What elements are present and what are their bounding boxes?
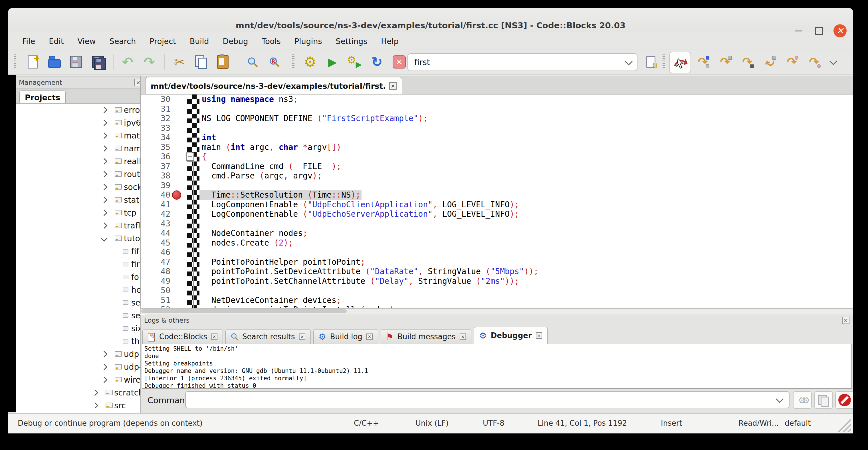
resize-grip[interactable] <box>834 416 851 432</box>
code-line-50[interactable] <box>202 286 853 296</box>
chevron-down-icon[interactable] <box>101 235 107 242</box>
tree-item-scratch[interactable]: scratch <box>16 386 145 399</box>
chevron-down-icon[interactable] <box>830 57 837 65</box>
code-line-38[interactable]: cmd.Parse (argc, argv); <box>202 171 853 181</box>
chevron-right-icon[interactable] <box>101 184 107 190</box>
line-number-gutter[interactable]: 3031323334353637383940414243444546474849… <box>141 94 183 308</box>
new-file-icon[interactable]: + <box>24 53 42 71</box>
next-instruction-icon[interactable]: ↷ <box>783 53 801 71</box>
menu-debug[interactable]: Debug <box>216 33 255 49</box>
line-number[interactable]: 49 <box>141 276 183 286</box>
tree-item-he[interactable]: he <box>16 283 145 296</box>
stop-debugger-button[interactable] <box>835 391 853 409</box>
scrollbar-thumb[interactable] <box>141 309 347 313</box>
code-line-37[interactable]: CommandLine cmd (__FILE__); <box>202 161 853 171</box>
code-line-46[interactable] <box>202 247 853 257</box>
tree-item-se[interactable]: se <box>16 296 145 309</box>
next-line-icon[interactable]: ↷ <box>716 53 734 71</box>
open-file-icon[interactable] <box>45 53 63 71</box>
tree-item-stat[interactable]: stat <box>16 193 145 206</box>
copy-icon[interactable] <box>192 53 210 71</box>
tree-item-se[interactable]: se <box>16 309 145 322</box>
build-and-run-icon[interactable]: ⚙▶ <box>346 53 364 71</box>
line-number[interactable]: 32 <box>141 114 183 123</box>
chevron-right-icon[interactable] <box>101 210 107 216</box>
line-number[interactable]: 38 <box>141 171 183 181</box>
chevron-right-icon[interactable] <box>101 132 107 139</box>
run-to-cursor-icon[interactable]: ↷ <box>694 53 712 71</box>
tree-item-tuto[interactable]: tuto <box>16 232 145 245</box>
line-number[interactable]: 30 <box>141 94 183 104</box>
tree-item-mat[interactable]: mat <box>16 129 145 142</box>
line-number[interactable]: 42 <box>141 209 183 219</box>
code-line-40[interactable]: Time::SetResolution (Time::NS); <box>199 190 362 200</box>
debugger-log-output[interactable]: Setting SHELL to '/bin/sh'doneSetting br… <box>142 344 852 389</box>
toolbar-grip[interactable] <box>662 54 665 70</box>
redo-icon[interactable]: ↷ <box>141 53 158 71</box>
step-into-icon[interactable]: ↷ <box>739 53 756 71</box>
chevron-right-icon[interactable] <box>101 145 107 152</box>
code-line-41[interactable]: LogComponentEnable ("UdpEchoClientApplic… <box>202 200 853 210</box>
log-tab-close-button[interactable]: ✕ <box>536 332 542 339</box>
code-line-51[interactable]: NetDeviceContainer devices; <box>202 296 853 305</box>
line-number[interactable]: 37 <box>141 161 183 171</box>
menu-view[interactable]: View <box>70 33 102 49</box>
chevron-right-icon[interactable] <box>101 171 107 178</box>
undo-icon[interactable]: ↶ <box>119 53 136 71</box>
code-line-31[interactable] <box>202 104 853 114</box>
chevron-right-icon[interactable] <box>101 364 107 370</box>
tree-item-reall[interactable]: reall <box>16 155 145 168</box>
build-icon[interactable]: ⚙ <box>301 53 319 71</box>
tree-item-udp[interactable]: udp <box>16 348 145 361</box>
step-out-icon[interactable]: ↷ <box>761 53 778 71</box>
debug-window-options-button[interactable]: ⚙⚙ <box>793 391 812 409</box>
code-line-49[interactable]: pointToPoint.SetChannelAttribute ("Delay… <box>202 276 853 286</box>
line-number[interactable]: 47 <box>141 257 183 267</box>
code-line-42[interactable]: LogComponentEnable ("UdpEchoServerApplic… <box>202 209 853 219</box>
chevron-right-icon[interactable] <box>101 107 107 113</box>
tree-item-sock[interactable]: sock <box>16 181 145 193</box>
menu-search[interactable]: Search <box>103 33 143 49</box>
code-line-47[interactable]: PointToPointHelper pointToPoint; <box>202 257 853 267</box>
log-tab-debugger[interactable]: ⚙Debugger✕ <box>474 327 548 344</box>
fold-collapse-icon[interactable] <box>186 152 194 161</box>
code-line-30[interactable]: using namespace ns3; <box>202 94 853 104</box>
chevron-right-icon[interactable] <box>92 402 98 409</box>
chevron-right-icon[interactable] <box>101 120 107 126</box>
chevron-right-icon[interactable] <box>101 351 107 358</box>
log-tab-close-button[interactable]: ✕ <box>366 333 373 340</box>
line-number[interactable]: 45 <box>141 238 183 248</box>
line-number[interactable]: 41 <box>141 200 183 210</box>
code-line-39[interactable] <box>202 181 853 190</box>
build-target-combo[interactable]: first <box>407 53 638 71</box>
find-icon[interactable] <box>244 53 261 71</box>
chevron-right-icon[interactable] <box>92 389 98 396</box>
code-line-52[interactable]: devices = pointToPoint.Install (nodes); <box>202 305 853 308</box>
code-line-44[interactable]: NodeContainer nodes; <box>202 229 853 238</box>
breakpoint-icon[interactable] <box>172 190 181 200</box>
code-line-32[interactable]: NS_LOG_COMPONENT_DEFINE ("FirstScriptExa… <box>202 114 853 123</box>
toolbar-grip[interactable] <box>292 54 294 70</box>
save-icon[interactable] <box>67 53 85 71</box>
cut-icon[interactable]: ✂ <box>170 53 188 71</box>
line-number[interactable]: 34 <box>141 133 183 143</box>
abort-build-icon[interactable]: ✕ <box>390 53 408 71</box>
tree-item-th[interactable]: th <box>16 335 145 348</box>
tree-item-udp-[interactable]: udp- <box>16 361 145 373</box>
tree-item-fif[interactable]: fif <box>16 245 145 258</box>
line-number[interactable]: 31 <box>141 104 183 114</box>
editor-tab-first-cc[interactable]: mnt/dev/tools/source/ns-3-dev/examples/t… <box>145 77 402 94</box>
menu-build[interactable]: Build <box>183 33 216 49</box>
chevron-right-icon[interactable] <box>101 377 107 383</box>
chevron-right-icon[interactable] <box>101 197 107 203</box>
code-line-45[interactable]: nodes.Create (2); <box>202 238 853 248</box>
tree-item-tcp[interactable]: tcp <box>16 206 145 219</box>
chevron-right-icon[interactable] <box>101 222 107 229</box>
toolbar-grip[interactable] <box>14 54 16 70</box>
log-tab-close-button[interactable]: ✕ <box>299 333 305 340</box>
command-input[interactable] <box>185 391 789 408</box>
log-tab-close-button[interactable]: ✕ <box>211 333 217 340</box>
line-number[interactable]: 44 <box>141 229 183 238</box>
code-line-36[interactable]: { <box>202 152 853 161</box>
menu-plugins[interactable]: Plugins <box>288 33 329 49</box>
